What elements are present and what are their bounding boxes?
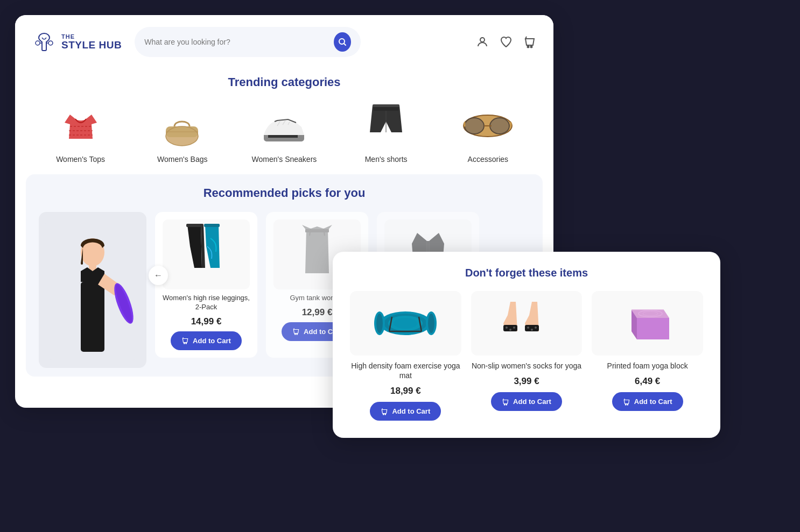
search-button[interactable]: [334, 32, 351, 52]
prev-arrow[interactable]: ←: [149, 266, 168, 285]
svg-point-41: [376, 314, 383, 333]
mens-shorts-label: Men's shorts: [365, 155, 408, 164]
df-product-yoga-mat: High density foam exercise yoga mat 18,9…: [350, 291, 461, 421]
womens-tops-image: [54, 101, 108, 150]
trending-section: Trending categories Women's Tops: [15, 69, 553, 174]
category-mens-shorts[interactable]: Men's shorts: [351, 101, 421, 164]
search-input[interactable]: [144, 38, 328, 46]
logo-stylehub: STYLE HUB: [61, 40, 122, 51]
trending-title: Trending categories: [32, 75, 536, 89]
categories-row: Women's Tops Women's Bags: [32, 101, 536, 164]
dont-forget-title: Don't forget these items: [350, 267, 703, 279]
category-womens-bags[interactable]: Women's Bags: [148, 101, 217, 164]
womens-sneakers-image: [257, 101, 311, 150]
svg-point-51: [531, 329, 533, 331]
category-womens-sneakers[interactable]: Women's Sneakers: [249, 101, 319, 164]
svg-rect-25: [81, 282, 104, 352]
svg-rect-13: [268, 135, 298, 138]
category-accessories[interactable]: Accessories: [453, 101, 523, 164]
svg-point-5: [531, 46, 532, 48]
womens-sneakers-label: Women's Sneakers: [252, 155, 317, 164]
svg-point-50: [527, 327, 529, 329]
df-product-yoga-socks: Non-slip women's socks for yoga 3,99 € A…: [471, 291, 583, 421]
womens-bags-image: [156, 101, 209, 150]
leggings-price: 14,99 €: [191, 316, 222, 327]
svg-point-53: [504, 404, 505, 405]
accessories-label: Accessories: [468, 155, 508, 164]
dont-forget-card: Don't forget these items: [333, 252, 720, 438]
svg-point-31: [186, 343, 187, 344]
wishlist-icon-button[interactable]: [500, 36, 513, 48]
svg-rect-28: [186, 224, 203, 227]
svg-rect-32: [305, 229, 329, 232]
user-icon-button[interactable]: [476, 36, 489, 48]
yoga-block-name: Printed foam yoga block: [607, 361, 688, 371]
yoga-socks-price: 3,99 €: [514, 376, 539, 387]
svg-point-34: [297, 334, 298, 335]
svg-point-58: [627, 404, 628, 405]
womens-bags-label: Women's Bags: [157, 155, 207, 164]
leggings-add-to-cart[interactable]: Add to Cart: [171, 331, 242, 350]
svg-point-38: [394, 318, 417, 329]
accessories-image: [461, 101, 515, 150]
df-product-yoga-block: Printed foam yoga block 6,49 € Add to Ca…: [592, 291, 703, 421]
yoga-mat-add-to-cart[interactable]: Add to Cart: [370, 402, 441, 421]
svg-point-3: [480, 38, 485, 42]
dont-forget-products: High density foam exercise yoga mat 18,9…: [350, 291, 703, 421]
category-womens-tops[interactable]: Women's Tops: [46, 101, 116, 164]
cart-icon-button[interactable]: [523, 36, 536, 48]
svg-point-44: [385, 414, 386, 415]
yoga-mat-image: [350, 291, 461, 356]
leggings-name: Women's high rise leggings, 2-Pack: [163, 294, 250, 312]
svg-point-57: [625, 404, 626, 405]
logo: THE STYLE HUB: [32, 30, 122, 54]
svg-point-0: [36, 41, 40, 45]
mens-shorts-image: [359, 101, 413, 150]
yoga-socks-add-to-cart[interactable]: Add to Cart: [491, 392, 562, 411]
yoga-mat-name: High density foam exercise yoga mat: [350, 361, 461, 380]
yoga-block-price: 6,49 €: [635, 376, 660, 387]
svg-point-43: [383, 414, 384, 415]
product-leggings: Women's high rise leggings, 2-Pack 14,99…: [155, 212, 257, 358]
yoga-block-add-to-cart[interactable]: Add to Cart: [612, 392, 683, 411]
svg-rect-29: [204, 224, 220, 227]
svg-point-33: [294, 334, 296, 335]
svg-point-52: [535, 327, 537, 329]
svg-rect-15: [373, 104, 399, 107]
recommended-title: Recommended picks for you: [39, 186, 530, 200]
svg-point-54: [506, 404, 507, 405]
svg-point-42: [428, 314, 434, 333]
svg-point-46: [506, 327, 508, 329]
yoga-socks-name: Non-slip women's socks for yoga: [472, 361, 581, 371]
yoga-block-image: [592, 291, 703, 356]
svg-point-30: [184, 343, 185, 344]
yoga-mat-price: 18,99 €: [390, 386, 421, 396]
leggings-image: [163, 219, 250, 289]
logo-the: THE: [61, 33, 122, 40]
svg-point-47: [509, 329, 511, 331]
yoga-socks-image: [471, 291, 583, 356]
svg-point-4: [528, 46, 529, 48]
svg-point-48: [513, 327, 515, 329]
hero-image: [39, 212, 146, 368]
svg-point-1: [48, 41, 53, 45]
gym-tank-price: 12,99 €: [302, 307, 333, 318]
womens-tops-label: Women's Tops: [56, 155, 105, 164]
search-bar[interactable]: [135, 27, 361, 57]
header-icons: [476, 36, 536, 48]
header: THE STYLE HUB: [15, 15, 553, 69]
